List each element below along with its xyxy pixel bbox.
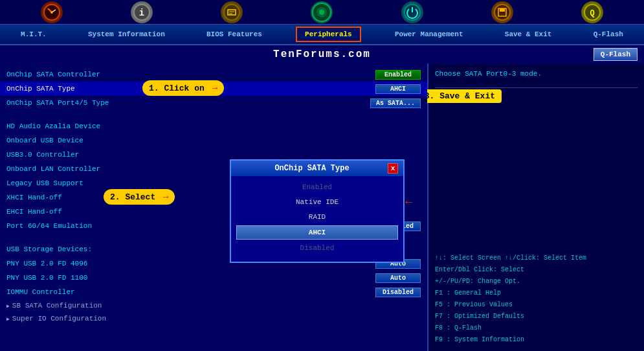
value-onchip-sata-type: AHCI (375, 84, 421, 94)
help-keys: ↑↓: Select Screen ↑↓/Click: Select Item … (435, 253, 638, 346)
left-panel: OnChip SATA Controller Enabled OnChip SA… (0, 63, 427, 351)
row-onchip-sata-port45[interactable]: OnChip SATA Port4/5 Type As SATA... (0, 96, 427, 110)
nav-bios[interactable]: BIOS Features (199, 28, 270, 41)
label-usb3: USB3.0 Controller (6, 151, 421, 159)
nav-peripherals[interactable]: Peripherals (296, 27, 361, 42)
qflash-icon: Q (581, 1, 603, 23)
top-icons-bar: i Q (0, 0, 644, 25)
svg-point-4 (224, 5, 239, 20)
modal-header: OnChip SATA Type x (231, 161, 403, 176)
label-usb-device: Onboard USB Device (6, 137, 421, 144)
row-usb-device[interactable]: Onboard USB Device (0, 133, 427, 148)
nav-sysinfo[interactable]: System Information (80, 28, 173, 41)
modal-option-enabled[interactable]: Enabled (236, 181, 398, 194)
value-onchip-sata-port45: As SATA... (370, 98, 421, 108)
modal-option-ahci[interactable]: AHCI (236, 225, 398, 240)
help-divider (435, 87, 638, 88)
row-hd-audio[interactable]: HD Audio Azalia Device (0, 119, 427, 133)
bios-icon (221, 1, 243, 23)
key-f9: F9 : System Information (435, 334, 638, 346)
power-icon (401, 1, 423, 23)
svg-text:Q: Q (590, 9, 595, 18)
modal-option-native-ide[interactable]: Native IDE ← (236, 196, 398, 209)
key-f1: F1 : General Help (435, 288, 638, 299)
svg-point-1 (50, 11, 53, 14)
key-enter: Enter/Dbl Click: Select (435, 264, 638, 276)
key-f5: F5 : Previous Values (435, 299, 638, 311)
nav-bar: M.I.T. System Information BIOS Features … (0, 25, 644, 45)
svg-point-10 (319, 10, 324, 15)
help-text: Choose SATA Port0-3 mode. (435, 69, 638, 80)
label-iommu: IOMMU Controller (6, 288, 375, 296)
label-onchip-sata-port45: OnChip SATA Port4/5 Type (6, 99, 370, 107)
nav-save[interactable]: Save & Exit (497, 28, 560, 41)
modal-option-raid[interactable]: RAID (236, 210, 398, 223)
modal-title: OnChip SATA Type (236, 164, 388, 173)
label-hd-audio: HD Audio Azalia Device (6, 122, 421, 130)
save-exit-badge[interactable]: 3. Save & Exit (418, 89, 502, 103)
row-iommu[interactable]: IOMMU Controller Disabled (0, 285, 427, 299)
right-panel: Choose SATA Port0-3 mode. ↑↓: Select Scr… (427, 63, 644, 351)
mit-icon (41, 1, 63, 23)
step2-label: 2. Select → (104, 189, 175, 205)
value-pny-1100: Auto (375, 273, 421, 283)
step1-label: 1. Click on → (142, 80, 224, 96)
row-onchip-sata-type[interactable]: OnChip SATA Type 1. Click on → AHCI (0, 82, 427, 96)
site-title: TenForums.com (273, 49, 371, 60)
row-onchip-sata-controller[interactable]: OnChip SATA Controller Enabled (0, 67, 427, 82)
key-f7: F7 : Optimized Defaults (435, 311, 638, 323)
peripherals-icon (311, 1, 333, 23)
label-pny-1100: PNY USB 2.0 FD 1100 (6, 274, 375, 282)
qflash-button[interactable]: Q-Flash (594, 48, 638, 61)
title-bar: TenForums.com 3. Save & Exit Q-Flash (0, 45, 644, 63)
value-onchip-sata-controller: Enabled (375, 70, 421, 80)
nav-mit[interactable]: M.I.T. (13, 28, 54, 41)
svg-text:i: i (139, 8, 144, 18)
key-f8: F8 : Q-Flash (435, 323, 638, 334)
value-iommu: Disabled (375, 288, 421, 297)
sysinfo-icon: i (131, 1, 153, 23)
svg-rect-14 (500, 8, 505, 12)
label-onchip-sata-controller: OnChip SATA Controller (6, 71, 375, 78)
modal-body: Enabled Native IDE ← RAID AHCI Disabled (231, 176, 403, 262)
gap1 (0, 110, 427, 119)
sata-type-modal: OnChip SATA Type x Enabled Native IDE ← … (230, 159, 405, 263)
key-change-opt: +/-/PU/PD: Change Opt. (435, 276, 638, 288)
nav-qflash[interactable]: Q-Flash (586, 28, 631, 41)
sub-super-io[interactable]: Super IO Configuration (0, 312, 427, 325)
row-pny-1100[interactable]: PNY USB 2.0 FD 1100 Auto (0, 271, 427, 285)
save-icon (491, 1, 513, 23)
main-content: OnChip SATA Controller Enabled OnChip SA… (0, 63, 644, 351)
sub-sb-sata-label: SB SATA Configuration (12, 302, 102, 310)
sub-super-io-label: Super IO Configuration (12, 315, 106, 323)
modal-option-disabled[interactable]: Disabled (236, 242, 398, 255)
sub-sb-sata[interactable]: SB SATA Configuration (0, 299, 427, 312)
modal-close-button[interactable]: x (388, 163, 398, 174)
svg-point-12 (494, 5, 510, 20)
key-select-screen: ↑↓: Select Screen ↑↓/Click: Select Item (435, 253, 638, 264)
nav-power[interactable]: Power Management (387, 28, 471, 41)
